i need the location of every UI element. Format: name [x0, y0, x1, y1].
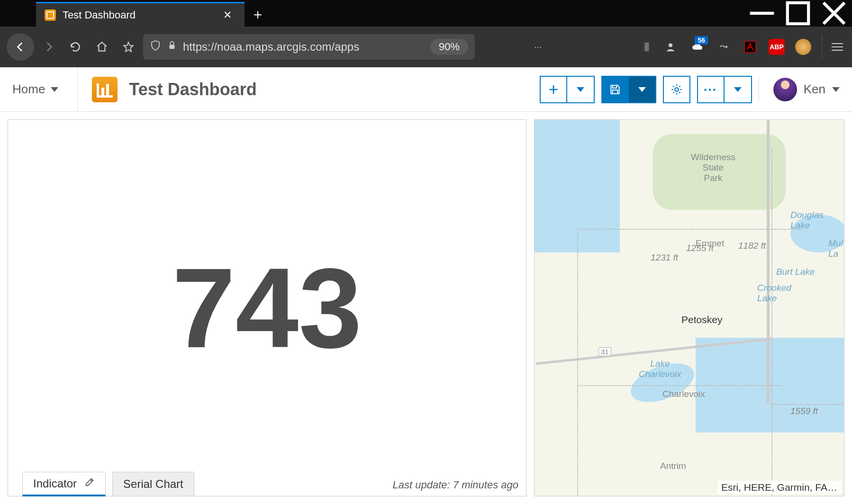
indicator-panel[interactable]: 743 Last update: 7 minutes ago Indicator… — [8, 119, 526, 496]
library-icon[interactable] — [606, 35, 629, 59]
home-label: Home — [12, 82, 45, 97]
user-avatar — [773, 78, 797, 101]
map-boundary — [771, 148, 772, 496]
settings-button[interactable] — [663, 76, 690, 103]
map-label-antrim: Antrim — [660, 461, 686, 471]
map-boundary — [577, 229, 578, 496]
map-label-douglaslake: Douglas Lake — [790, 210, 824, 231]
tab-indicator-label: Indicator — [33, 477, 77, 490]
app-title: Test Dashboard — [129, 80, 256, 99]
weather-extension-icon[interactable]: 56 — [685, 35, 709, 59]
tab-indicator[interactable]: Indicator — [22, 472, 106, 496]
address-bar[interactable]: https://noaa.maps.arcgis.com/apps 90% — [143, 34, 475, 60]
account-icon[interactable] — [659, 35, 682, 59]
app-header: Home Test Dashboard ⋯ — [0, 67, 852, 112]
shield-icon — [150, 40, 161, 54]
dashboard-content: 743 Last update: 7 minutes ago Indicator… — [0, 112, 852, 504]
menu-button[interactable] — [822, 35, 845, 59]
more-options-button[interactable]: ⋯ — [697, 76, 725, 103]
new-tab-button[interactable]: ＋ — [245, 2, 271, 27]
pocket-icon[interactable] — [553, 35, 576, 59]
bookmark-page-icon[interactable] — [579, 35, 603, 59]
map-boundary — [771, 404, 844, 405]
map-label-elev1255: 1255 ft — [686, 243, 714, 253]
dashboard-logo-icon — [92, 77, 118, 102]
url-text: https://noaa.maps.arcgis.com/apps — [183, 40, 425, 54]
svg-point-8 — [675, 88, 679, 91]
minimize-button[interactable] — [744, 0, 780, 27]
map-label-lakecharlevoix: Lake Charlevoix — [639, 359, 681, 379]
chevron-down-icon — [51, 87, 58, 92]
user-menu[interactable]: Ken — [759, 78, 840, 101]
dashboard-app: Home Test Dashboard ⋯ — [0, 67, 852, 504]
map-label-route31: 31 — [598, 347, 611, 356]
svg-rect-4 — [644, 43, 649, 52]
adblock-extension-icon[interactable]: ABP — [765, 35, 789, 59]
home-dropdown[interactable]: Home — [12, 67, 78, 111]
home-button[interactable] — [90, 35, 114, 59]
arcgis-favicon-icon — [45, 9, 56, 21]
map-label-mullett: Mul La — [828, 238, 843, 259]
bookmark-star-button[interactable] — [117, 35, 140, 59]
map-label-charlevoix: Charlevoix — [662, 389, 705, 399]
map-label-petoskey: Petoskey — [681, 314, 722, 325]
window-controls — [744, 0, 852, 27]
indicator-body: 743 — [8, 120, 526, 496]
weather-badge: 56 — [695, 36, 708, 45]
map-label-crooked: Crooked Lake — [757, 283, 791, 304]
page-actions-icon[interactable]: ⋯ — [526, 35, 550, 59]
indicator-value: 743 — [172, 251, 362, 365]
username: Ken — [804, 82, 825, 97]
last-update-text: Last update: 7 minutes ago — [393, 479, 518, 491]
extension-icon-1[interactable]: ⤳ — [712, 35, 735, 59]
reload-button[interactable] — [63, 35, 87, 59]
map-road — [767, 120, 770, 404]
map-label-elev1559: 1559 ft — [790, 406, 818, 416]
close-tab-button[interactable]: ✕ — [219, 7, 236, 24]
add-element-button[interactable] — [540, 76, 567, 103]
map-label-elev1231: 1231 ft — [651, 252, 678, 263]
back-button[interactable] — [7, 33, 34, 61]
chevron-down-icon — [832, 87, 840, 92]
forward-button[interactable] — [37, 35, 61, 59]
svg-rect-1 — [788, 3, 808, 24]
tab-title: Test Dashboard — [63, 9, 212, 21]
nav-bar: https://noaa.maps.arcgis.com/apps 90% ⋯ — [0, 27, 852, 67]
options-group: ⋯ — [697, 76, 752, 103]
tampermonkey-extension-icon[interactable] — [791, 35, 815, 59]
add-element-group — [540, 76, 595, 103]
lock-icon — [167, 40, 177, 54]
map-canvas[interactable]: Wilderness State Park Douglas Lake Emmet… — [535, 120, 844, 496]
add-element-dropdown[interactable] — [567, 76, 595, 103]
save-button[interactable] — [601, 76, 629, 103]
tab-strip: Test Dashboard ✕ ＋ — [0, 0, 852, 27]
save-group — [601, 76, 656, 103]
close-window-button[interactable] — [816, 0, 852, 27]
more-options-dropdown[interactable] — [725, 76, 752, 103]
edit-icon[interactable] — [84, 477, 95, 490]
browser-chrome: Test Dashboard ✕ ＋ — [0, 0, 852, 67]
panel-tabs: Indicator Serial Chart — [22, 472, 194, 496]
map-label-park: Wilderness State Park — [691, 152, 735, 183]
pdf-extension-icon[interactable] — [738, 35, 762, 59]
toolbar-right: ⋯ 56 ⤳ ABP — [526, 35, 845, 59]
browser-tab[interactable]: Test Dashboard ✕ — [36, 2, 245, 27]
header-actions: ⋯ Ken — [540, 76, 840, 103]
save-dropdown[interactable] — [629, 76, 656, 103]
map-panel[interactable]: Wilderness State Park Douglas Lake Emmet… — [534, 119, 844, 496]
sidebar-icon[interactable] — [632, 35, 656, 59]
tab-serial-chart[interactable]: Serial Chart — [112, 472, 194, 496]
svg-rect-0 — [750, 12, 774, 15]
maximize-button[interactable] — [780, 0, 816, 27]
tab-serial-chart-label: Serial Chart — [123, 477, 183, 491]
svg-rect-2 — [170, 45, 175, 49]
map-label-burt: Burt Lake — [776, 267, 815, 277]
zoom-level[interactable]: 90% — [430, 39, 468, 55]
svg-point-6 — [669, 43, 672, 47]
map-attribution: Esri, HERE, Garmin, FA… — [717, 481, 841, 494]
map-label-elev1182: 1182 ft — [738, 241, 766, 251]
map-boundary — [577, 385, 781, 386]
